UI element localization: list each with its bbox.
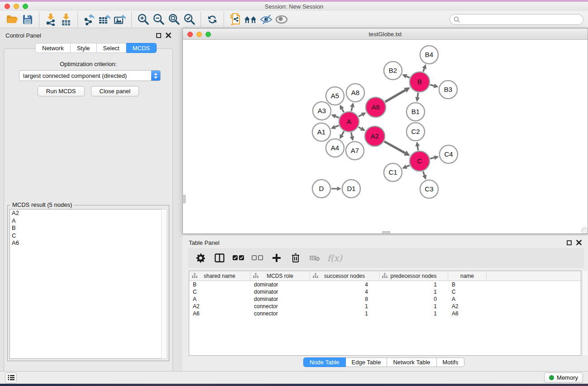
node-D[interactable]: D: [312, 180, 330, 198]
node-A[interactable]: A: [339, 112, 359, 132]
mcds-result-item[interactable]: A: [10, 217, 161, 225]
zoom-selected-icon[interactable]: [182, 13, 197, 26]
mcds-result-item[interactable]: B: [10, 224, 161, 232]
edge-B-B3[interactable]: [430, 84, 439, 88]
edge-A-A4[interactable]: [339, 131, 344, 139]
tab-select[interactable]: Select: [97, 43, 126, 53]
import-network-icon[interactable]: [43, 13, 58, 26]
show-panels-button[interactable]: [5, 372, 17, 383]
optimization-dropdown[interactable]: largest connected component (directed): [19, 70, 161, 81]
close-window-icon[interactable]: [5, 4, 10, 9]
select-all-icon[interactable]: [232, 252, 245, 264]
table-row[interactable]: A6connector11A6: [189, 310, 581, 317]
add-column-icon[interactable]: [270, 252, 283, 264]
deselect-all-icon[interactable]: [251, 252, 264, 264]
node-D1[interactable]: D1: [342, 180, 360, 198]
tab-style[interactable]: Style: [71, 43, 97, 53]
zoom-out-icon[interactable]: [151, 13, 166, 26]
import-table-icon[interactable]: [58, 13, 74, 26]
save-session-icon[interactable]: [20, 13, 35, 26]
edge-B-B1[interactable]: [415, 93, 420, 102]
edge-A-A2[interactable]: [359, 127, 365, 131]
run-mcds-button[interactable]: Run MCDS: [38, 86, 85, 96]
show-all-icon[interactable]: [274, 13, 289, 26]
node-A3[interactable]: A3: [313, 102, 331, 120]
edge-A-A5[interactable]: [340, 105, 344, 112]
edge-D-D1[interactable]: [331, 186, 341, 191]
node-A8[interactable]: A8: [346, 84, 364, 102]
network-canvas[interactable]: B4B2BB3A8A5A6A3B1AA1C2A2A4A7C4CC1DD1C3: [183, 40, 588, 234]
node-B[interactable]: B: [410, 72, 430, 92]
mcds-result-item[interactable]: C: [10, 232, 161, 240]
memory-button[interactable]: Memory: [544, 372, 583, 383]
column-header-MCDS-role[interactable]: MCDS role: [250, 271, 310, 281]
splitter-handle-left[interactable]: [182, 195, 186, 203]
zoom-in-icon[interactable]: [135, 13, 151, 26]
node-C[interactable]: C: [410, 151, 430, 171]
edge-A-A3[interactable]: [331, 114, 339, 118]
search-input[interactable]: [460, 15, 579, 24]
edge-C-C3[interactable]: [422, 172, 426, 180]
delete-column-icon[interactable]: [289, 252, 302, 264]
float-table-panel-icon[interactable]: [567, 240, 572, 245]
node-A4[interactable]: A4: [326, 139, 344, 157]
edge-A-A7[interactable]: [350, 133, 354, 141]
node-A1[interactable]: A1: [312, 123, 330, 141]
node-B1[interactable]: B1: [406, 103, 425, 121]
table-row[interactable]: Cdominator41C: [189, 288, 581, 295]
tab-network-table[interactable]: Network Table: [387, 357, 436, 367]
node-A2[interactable]: A2: [365, 126, 385, 146]
result-scrollbar[interactable]: [161, 209, 167, 359]
float-panel-icon[interactable]: [156, 33, 161, 38]
columns-icon[interactable]: [213, 252, 226, 264]
export-table-icon[interactable]: [97, 13, 112, 26]
edge-A6-B[interactable]: [385, 87, 410, 102]
column-header-successor-nodes[interactable]: successor nodes: [310, 271, 379, 281]
tab-mcds[interactable]: MCDS: [126, 43, 157, 53]
close-panel-button[interactable]: Close panel: [91, 86, 139, 96]
edge-A-A8[interactable]: [350, 102, 354, 111]
network-close-icon[interactable]: [187, 32, 193, 37]
zoom-fit-icon[interactable]: [166, 13, 182, 26]
edge-C-C4[interactable]: [430, 155, 439, 160]
node-C3[interactable]: C3: [420, 180, 438, 198]
node-B4[interactable]: B4: [420, 46, 438, 64]
tab-edge-table[interactable]: Edge Table: [346, 357, 387, 367]
mcds-result-item[interactable]: A2: [10, 210, 161, 217]
tab-motifs[interactable]: Motifs: [437, 357, 465, 367]
open-session-icon[interactable]: [5, 13, 20, 26]
mcds-result-item[interactable]: A6: [10, 239, 161, 247]
edge-A-A1[interactable]: [331, 125, 339, 129]
gear-icon[interactable]: [194, 252, 207, 264]
tab-node-table[interactable]: Node Table: [303, 357, 346, 367]
edge-B-B4[interactable]: [422, 64, 426, 72]
table-scrollbar[interactable]: [582, 271, 588, 355]
node-A5[interactable]: A5: [326, 87, 344, 105]
minimize-window-icon[interactable]: [14, 4, 19, 9]
node-A7[interactable]: A7: [346, 142, 364, 160]
node-C2[interactable]: C2: [406, 123, 425, 141]
first-neighbors-icon[interactable]: [243, 13, 258, 26]
column-header-predecessor-nodes[interactable]: predecessor nodes: [379, 271, 448, 281]
table-row[interactable]: A2connector11A2: [189, 303, 581, 310]
edge-A2-C[interactable]: [384, 142, 410, 156]
network-minimize-icon[interactable]: [196, 32, 202, 37]
column-header-shared-name[interactable]: shared name: [189, 271, 250, 281]
node-B2[interactable]: B2: [384, 62, 402, 80]
edge-C-C2[interactable]: [415, 142, 420, 150]
splitter-handle-bottom[interactable]: [382, 231, 390, 234]
close-table-panel-icon[interactable]: [576, 240, 582, 245]
node-C4[interactable]: C4: [440, 145, 458, 163]
resize-grip-icon[interactable]: [581, 227, 588, 234]
new-network-from-selection-icon[interactable]: [228, 13, 243, 26]
edge-A-A6[interactable]: [359, 112, 366, 116]
column-header-name[interactable]: name: [448, 271, 487, 281]
zoom-window-icon[interactable]: [23, 4, 28, 9]
network-zoom-icon[interactable]: [206, 32, 211, 37]
table-row[interactable]: Bdominator41B: [189, 281, 581, 288]
export-network-icon[interactable]: [81, 13, 97, 26]
table-row[interactable]: Adominator80A: [189, 295, 581, 303]
edge-C-C1[interactable]: [402, 165, 410, 169]
edge-B-B2[interactable]: [402, 74, 410, 78]
tab-network[interactable]: Network: [35, 43, 71, 53]
